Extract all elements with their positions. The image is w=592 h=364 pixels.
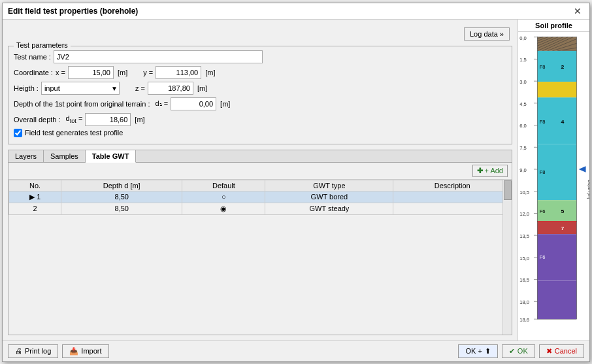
col-no: No. [9,180,61,191]
right-panel: Soil profile 0,0 1,5 3,0 4,5 6,0 7,5 9,0… [518,20,589,340]
scroll-thumb[interactable] [504,180,512,200]
tab-layers[interactable]: Layers [8,150,44,162]
scroll-track[interactable] [502,180,512,335]
test-name-label: Test name : [14,53,51,61]
ok-plus-label: OK + [465,347,482,355]
dtot-input[interactable] [85,113,131,126]
layer-6 [537,221,576,233]
cell-gwt-type: GWT steady [265,203,393,214]
tabs-container: Layers Samples Table GWT ✚ + Add [8,150,512,335]
group-label: Test parameters [14,41,71,49]
cancel-label: Cancel [555,347,577,355]
depth-90: 9,0 [519,167,527,173]
z-label: z = [135,84,145,92]
content-area: Log data » Test parameters Test name : C… [3,20,589,340]
height-dropdown-wrapper: input from DEM manual ▼ [41,82,120,95]
depth-135: 13,5 [519,233,529,239]
col-gwt-type: GWT type [265,180,393,191]
x-input[interactable] [68,66,114,79]
overall-depth-row: Overall depth : dtot = [m] [14,113,506,126]
layer-8 [537,280,576,319]
cell-default: ○ [182,191,265,203]
import-button[interactable]: 📥 Import [62,344,108,358]
log-data-button[interactable]: Log data » [464,27,510,41]
z-input[interactable] [148,82,193,95]
layer7-label: F6 [540,254,546,259]
overall-depth-label: Overall depth : [14,116,61,124]
depth-axis-label: Depth [m] [587,180,589,199]
print-icon: 🖨 [15,347,22,355]
cancel-button[interactable]: ✖ Cancel [539,344,584,358]
ok-check-icon: ✔ [509,347,515,356]
generates-profile-checkbox[interactable] [14,129,22,137]
print-log-button[interactable]: 🖨 Print log [8,344,58,358]
layer4-label: F8 [540,169,546,174]
depth-120: 12,0 [519,211,529,216]
d1-label: d₁ = [156,99,169,108]
layer5-number: 5 [561,208,564,214]
depth-label: Depth of the 1st point from original ter… [14,100,150,108]
d1-unit: [m] [220,100,230,108]
dialog-title: Edit field test properties (borehole) [8,7,138,16]
height-row: Heigth : input from DEM manual ▼ z = [m] [14,82,506,95]
depth-30: 3,0 [519,79,527,84]
test-params-group: Test parameters Test name : Coordinate :… [8,46,512,144]
y-input[interactable] [156,66,201,79]
cell-depth: 8,50 [61,191,182,203]
gwt-table: No. Depth d [m] Default GWT type Descrip… [8,180,512,215]
main-dialog: Edit field test properties (borehole) ✕ … [2,3,590,362]
checkbox-label: Field test generates test profile [25,129,123,137]
layer3-label: F8 [540,119,546,124]
ok-label: OK [518,347,528,355]
x-label: x = [56,69,65,76]
ok-plus-icon: ⬆ [485,347,491,356]
x-unit: [m] [118,69,127,76]
depth-105: 10,5 [519,190,529,195]
table-scroll-area: No. Depth d [m] Default GWT type Descrip… [8,180,512,335]
depth-75: 7,5 [519,145,527,150]
import-label: Import [81,347,101,355]
add-icon: ✚ [477,167,483,175]
soil-canvas: 0,0 1,5 3,0 4,5 6,0 7,5 9,0 10,5 12,0 13… [518,32,589,340]
bottom-right-buttons: OK + ⬆ ✔ OK ✖ Cancel [458,344,584,358]
cell-indicator: ▶ 1 [9,191,61,203]
z-unit: [m] [197,84,207,92]
depth-row: Depth of the 1st point from original ter… [14,97,506,110]
print-log-label: Print log [25,347,51,355]
col-description: Description [393,180,512,191]
layer5-label: F6 [540,208,546,214]
col-depth: Depth d [m] [61,180,182,191]
test-name-input[interactable] [54,50,263,63]
add-label: + Add [485,167,503,174]
dtot-unit: [m] [135,116,144,124]
tab-bar: Layers Samples Table GWT [8,150,512,163]
layer3-number: 4 [561,119,564,124]
table-row[interactable]: 2 8,50 ◉ GWT steady [9,203,512,214]
cell-description [393,191,512,203]
soil-svg: 0,0 1,5 3,0 4,5 6,0 7,5 9,0 10,5 12,0 13… [518,32,589,340]
depth-150: 15,0 [519,256,529,261]
height-dropdown[interactable]: input from DEM manual [41,82,120,95]
cell-gwt-type: GWT bored [265,191,393,203]
col-default: Default [182,180,265,191]
checkbox-row: Field test generates test profile [14,129,506,137]
tab-table-gwt[interactable]: Table GWT [86,150,137,163]
close-button[interactable]: ✕ [571,6,584,16]
add-button[interactable]: ✚ + Add [472,165,508,177]
depth-45: 4,5 [519,101,527,107]
soil-profile-title: Soil profile [518,20,589,32]
layer-2 [537,82,576,97]
d1-input[interactable] [171,97,216,110]
bottom-left-buttons: 🖨 Print log 📥 Import [8,344,109,358]
import-icon: 📥 [69,347,78,356]
coordinate-row: Coordinate : x = [m] y = [m] [14,66,506,79]
cell-description [393,203,512,214]
gwt-arrow [579,166,586,173]
layer1-number: 2 [561,64,564,69]
ok-button[interactable]: ✔ OK [502,344,535,358]
tab-samples[interactable]: Samples [44,150,86,162]
y-label: y = [143,69,153,76]
dtot-label: dtot = [66,114,83,124]
ok-plus-button[interactable]: OK + ⬆ [458,344,497,358]
table-row[interactable]: ▶ 1 8,50 ○ GWT bored [9,191,512,203]
